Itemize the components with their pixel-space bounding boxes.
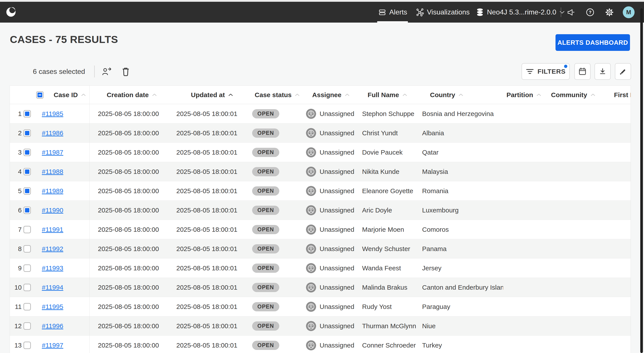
column-header-updated-at[interactable]: Updated at [174, 86, 250, 104]
row-checkbox[interactable] [24, 110, 31, 118]
row-checkbox[interactable] [24, 303, 31, 310]
updated-at-cell: 2025-08-05 18:00:01 [174, 220, 250, 239]
row-number: 11 [13, 303, 22, 310]
case-id-link[interactable]: #11995 [42, 303, 63, 310]
row-number: 13 [13, 341, 22, 349]
sort-caret-icon[interactable] [228, 93, 233, 97]
column-header-label: Creation date [107, 91, 149, 99]
tab-alerts-label: Alerts [389, 8, 407, 16]
column-header-case-status[interactable]: Case status [250, 86, 305, 104]
download-button[interactable] [594, 63, 611, 80]
row-checkbox[interactable] [24, 207, 31, 214]
sort-caret-icon[interactable] [81, 93, 86, 97]
assignee-label: Unassigned [320, 284, 354, 291]
case-status-cell: OPEN [250, 278, 305, 297]
status-badge: OPEN [252, 206, 279, 215]
alerts-dashboard-button[interactable]: ALERTS DASHBOARD [556, 34, 630, 51]
assignee-cell: Unassigned [305, 181, 357, 201]
database-selector[interactable]: Neo4J 5.3...rime-2.0.0 [476, 2, 565, 23]
case-id-link[interactable]: #11993 [42, 264, 63, 272]
case-id-link[interactable]: #11986 [42, 129, 63, 137]
edit-icon [618, 67, 627, 76]
case-status-cell: OPEN [250, 201, 305, 220]
row-checkbox[interactable] [24, 168, 31, 175]
announcements-button[interactable] [566, 2, 576, 23]
tab-alerts[interactable]: Alerts [378, 2, 407, 23]
assign-user-button[interactable] [102, 67, 112, 76]
column-header-label: Updated at [191, 91, 225, 99]
table-header-row: Case IDCreation dateUpdated atCase statu… [10, 86, 631, 104]
case-id-link[interactable]: #11989 [42, 187, 63, 195]
row-checkbox[interactable] [24, 284, 31, 291]
row-number: 4 [13, 168, 22, 175]
column-header-assignee[interactable]: Assignee [305, 86, 357, 104]
case-id-link[interactable]: #11987 [42, 149, 63, 156]
case-select-cell: 8#11992 [10, 239, 90, 258]
assignee-avatar [306, 224, 316, 235]
column-header-full-name[interactable]: Full Name [357, 86, 418, 104]
column-header-label: Country [430, 91, 455, 99]
row-checkbox[interactable] [24, 226, 31, 233]
assignee-avatar [306, 321, 316, 331]
row-number: 3 [13, 149, 22, 156]
sort-caret-icon[interactable] [344, 93, 350, 97]
assignee-cell: Unassigned [305, 297, 357, 316]
column-header-community[interactable]: Community [545, 86, 602, 104]
assign-user-icon [102, 67, 112, 76]
assignee-avatar [306, 167, 316, 177]
assignee-label: Unassigned [320, 110, 354, 118]
help-icon: ? [586, 8, 595, 17]
edit-button[interactable] [615, 63, 631, 80]
row-checkbox[interactable] [24, 322, 31, 330]
creation-date-cell: 2025-08-05 18:00:00 [90, 220, 174, 239]
partition-cell [503, 297, 545, 316]
column-header-first-i[interactable]: First I [602, 86, 631, 104]
case-id-link[interactable]: #11997 [42, 341, 63, 349]
updated-at-cell: 2025-08-05 18:00:01 [174, 336, 250, 353]
row-checkbox[interactable] [24, 264, 31, 272]
assignee-avatar [306, 205, 316, 215]
table-row: 3#119872025-08-05 18:00:002025-08-05 18:… [10, 143, 631, 162]
date-range-button[interactable] [574, 63, 590, 80]
row-checkbox[interactable] [24, 129, 31, 137]
status-badge: OPEN [252, 263, 279, 273]
case-id-link[interactable]: #11991 [42, 226, 63, 233]
user-avatar[interactable]: M [623, 6, 634, 18]
case-id-link[interactable]: #11988 [42, 168, 63, 175]
delete-cases-button[interactable] [121, 67, 130, 76]
assignee-cell: Unassigned [305, 316, 357, 336]
column-header-country[interactable]: Country [418, 86, 503, 104]
sort-caret-icon[interactable] [590, 93, 596, 97]
row-checkbox[interactable] [24, 341, 31, 349]
help-button[interactable]: ? [585, 2, 595, 23]
first-cell [602, 201, 631, 220]
sort-caret-icon[interactable] [152, 93, 157, 97]
scrollbar-thumb[interactable] [640, 8, 643, 353]
column-header-creation-date[interactable]: Creation date [90, 86, 174, 104]
row-checkbox[interactable] [24, 149, 31, 156]
community-cell [545, 181, 602, 201]
case-select-cell: 12#11996 [10, 316, 90, 336]
row-checkbox[interactable] [24, 187, 31, 195]
case-status-cell: OPEN [250, 297, 305, 316]
settings-button[interactable] [604, 2, 614, 23]
row-number: 2 [13, 129, 22, 137]
case-id-link[interactable]: #11996 [42, 322, 63, 330]
case-id-link[interactable]: #11985 [42, 110, 63, 118]
case-id-link[interactable]: #11994 [42, 284, 63, 291]
country-cell: Comoros [418, 220, 503, 239]
sort-caret-icon[interactable] [536, 93, 542, 97]
sort-caret-icon[interactable] [294, 93, 300, 97]
tab-visualizations[interactable]: Visualizations [415, 2, 470, 23]
sort-caret-icon[interactable] [402, 93, 408, 97]
case-status-cell: OPEN [250, 181, 305, 201]
megaphone-icon [566, 8, 575, 17]
sort-caret-icon[interactable] [458, 93, 464, 97]
case-id-link[interactable]: #11992 [42, 245, 63, 253]
row-checkbox[interactable] [24, 245, 31, 253]
column-header-partition[interactable]: Partition [503, 86, 545, 104]
column-header-case-id[interactable]: Case ID [10, 86, 90, 104]
select-all-checkbox[interactable] [36, 91, 44, 99]
filters-button[interactable]: FILTERS [522, 63, 570, 80]
case-id-link[interactable]: #11990 [42, 207, 63, 214]
